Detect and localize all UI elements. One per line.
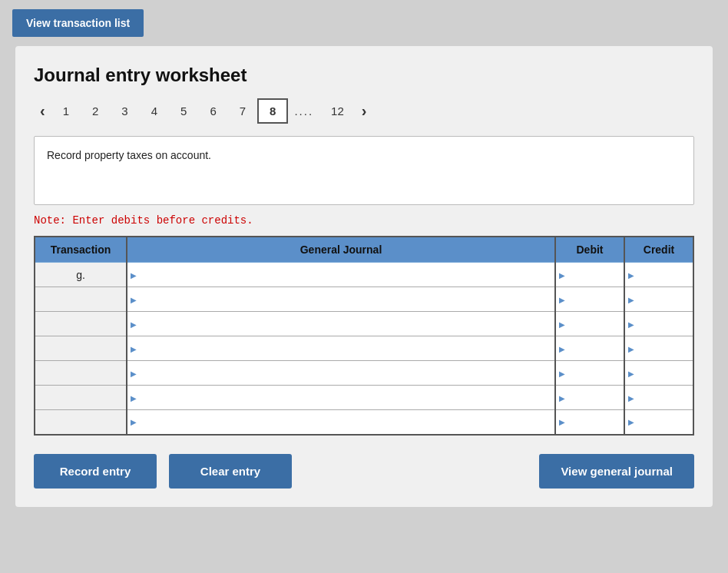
table-row	[35, 386, 693, 410]
credit-input-3[interactable]	[625, 312, 693, 336]
general-journal-cell-6[interactable]	[127, 386, 555, 410]
transaction-cell-2	[35, 287, 127, 312]
debit-input-7[interactable]	[556, 410, 624, 434]
general-journal-cell-7[interactable]	[127, 410, 555, 435]
debit-cell-3[interactable]	[555, 312, 624, 336]
page-dots: ....	[288, 100, 319, 122]
general-journal-header: General Journal	[127, 237, 555, 263]
transaction-cell-5	[35, 361, 127, 386]
general-journal-input-3[interactable]	[127, 312, 554, 336]
table-row	[35, 287, 693, 312]
credit-input-6[interactable]	[625, 386, 693, 409]
page-7[interactable]: 7	[228, 99, 257, 123]
credit-input-7[interactable]	[625, 410, 693, 434]
view-transaction-list-button[interactable]: View transaction list	[12, 9, 144, 37]
transaction-header: Transaction	[35, 237, 127, 263]
debit-input-4[interactable]	[556, 336, 624, 360]
debit-cell-5[interactable]	[555, 361, 624, 386]
buttons-row: Record entry Clear entry View general jo…	[34, 454, 694, 489]
credit-input-4[interactable]	[625, 336, 693, 360]
credit-cell-6[interactable]	[624, 386, 693, 410]
general-journal-input-6[interactable]	[127, 386, 554, 409]
debit-input-2[interactable]	[556, 287, 624, 311]
page-2[interactable]: 2	[81, 99, 110, 123]
debit-cell-6[interactable]	[555, 386, 624, 410]
table-row	[35, 336, 693, 361]
debit-cell-7[interactable]	[555, 410, 624, 435]
description-box: Record property taxes on account.	[34, 136, 694, 205]
note-text: Note: Enter debits before credits.	[34, 214, 694, 227]
page-6[interactable]: 6	[198, 99, 227, 123]
transaction-cell-1: g.	[35, 263, 127, 287]
debit-input-5[interactable]	[556, 361, 624, 385]
general-journal-cell-1[interactable]	[127, 263, 555, 287]
credit-header: Credit	[624, 237, 693, 263]
transaction-cell-3	[35, 312, 127, 336]
credit-cell-1[interactable]	[624, 263, 693, 287]
debit-cell-1[interactable]	[555, 263, 624, 287]
view-general-journal-button[interactable]: View general journal	[539, 454, 694, 489]
transaction-cell-4	[35, 336, 127, 361]
general-journal-cell-3[interactable]	[127, 312, 555, 336]
table-row	[35, 312, 693, 336]
credit-cell-7[interactable]	[624, 410, 693, 435]
page-8[interactable]: 8	[257, 98, 288, 124]
general-journal-input-7[interactable]	[127, 410, 554, 434]
general-journal-cell-4[interactable]	[127, 336, 555, 361]
worksheet-title: Journal entry worksheet	[34, 65, 694, 86]
debit-input-1[interactable]	[556, 263, 624, 286]
general-journal-input-2[interactable]	[127, 287, 554, 311]
credit-input-2[interactable]	[625, 287, 693, 311]
credit-cell-5[interactable]	[624, 361, 693, 386]
debit-input-6[interactable]	[556, 386, 624, 409]
table-row	[35, 410, 693, 435]
page-5[interactable]: 5	[169, 99, 198, 123]
transaction-cell-7	[35, 410, 127, 435]
debit-header: Debit	[555, 237, 624, 263]
general-journal-input-1[interactable]	[127, 263, 554, 286]
page-1[interactable]: 1	[51, 99, 81, 123]
general-journal-cell-2[interactable]	[127, 287, 555, 312]
general-journal-input-5[interactable]	[127, 361, 554, 385]
clear-entry-button[interactable]: Clear entry	[169, 454, 292, 489]
credit-cell-3[interactable]	[624, 312, 693, 336]
general-journal-cell-5[interactable]	[127, 361, 555, 386]
record-entry-button[interactable]: Record entry	[34, 454, 157, 489]
general-journal-input-4[interactable]	[127, 336, 554, 360]
table-row: g.	[35, 263, 693, 287]
next-page-button[interactable]: ›	[356, 99, 373, 123]
journal-table: Transaction General Journal Debit Credit…	[34, 236, 694, 436]
table-row	[35, 361, 693, 386]
credit-cell-2[interactable]	[624, 287, 693, 312]
debit-input-3[interactable]	[556, 312, 624, 336]
credit-input-5[interactable]	[625, 361, 693, 385]
pagination: ‹ 1 2 3 4 5 6 7 8 .... 12 ›	[34, 98, 694, 124]
prev-page-button[interactable]: ‹	[34, 99, 51, 123]
credit-input-1[interactable]	[625, 263, 693, 286]
page-12[interactable]: 12	[319, 99, 356, 123]
page-4[interactable]: 4	[140, 99, 169, 123]
debit-cell-2[interactable]	[555, 287, 624, 312]
debit-cell-4[interactable]	[555, 336, 624, 361]
transaction-cell-6	[35, 386, 127, 410]
credit-cell-4[interactable]	[624, 336, 693, 361]
page-3[interactable]: 3	[110, 99, 139, 123]
